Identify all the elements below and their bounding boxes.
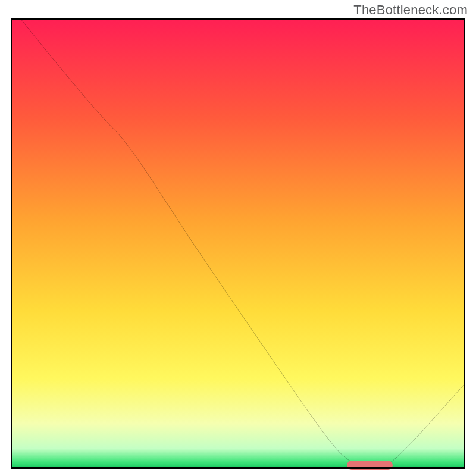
highlight-marker [347, 461, 392, 470]
chart-plot-area [11, 18, 465, 469]
watermark-text: TheBottleneck.com [353, 2, 468, 18]
gradient-fill [11, 18, 465, 469]
